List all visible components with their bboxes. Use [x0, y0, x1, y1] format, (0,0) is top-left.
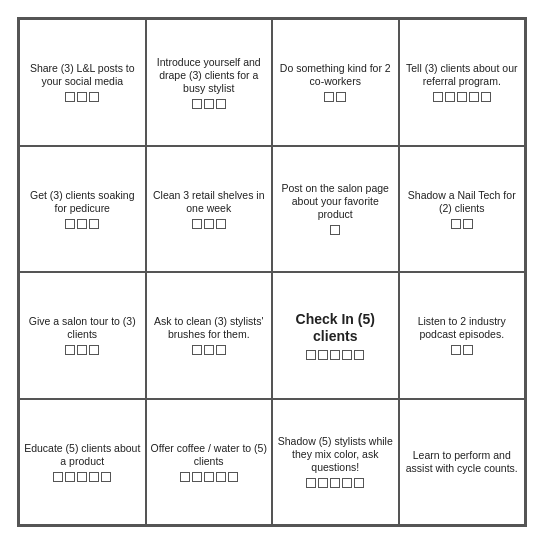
checkbox-r2c2-3[interactable] [342, 350, 352, 360]
cell-text-r3c3: Learn to perform and assist with cycle c… [403, 449, 522, 475]
checkbox-r2c1-0[interactable] [192, 345, 202, 355]
bingo-cell-r1c2: Post on the salon page about your favori… [272, 146, 399, 273]
checkboxes-r1c1 [192, 219, 226, 229]
checkboxes-r1c3 [451, 219, 473, 229]
cell-text-r2c2: Check In (5) clients [276, 311, 395, 346]
checkbox-r3c1-2[interactable] [204, 472, 214, 482]
checkbox-r1c1-0[interactable] [192, 219, 202, 229]
checkbox-r3c0-0[interactable] [53, 472, 63, 482]
checkbox-r2c2-1[interactable] [318, 350, 328, 360]
checkbox-r1c3-1[interactable] [463, 219, 473, 229]
bingo-cell-r0c1: Introduce yourself and drape (3) clients… [146, 19, 273, 146]
checkbox-r3c2-3[interactable] [342, 478, 352, 488]
bingo-cell-r1c3: Shadow a Nail Tech for (2) clients [399, 146, 526, 273]
checkbox-r1c3-0[interactable] [451, 219, 461, 229]
checkbox-r2c2-4[interactable] [354, 350, 364, 360]
bingo-cell-r0c2: Do something kind for 2 co-workers [272, 19, 399, 146]
cell-text-r2c1: Ask to clean (3) stylists' brushes for t… [150, 315, 269, 341]
bingo-cell-r2c2: Check In (5) clients [272, 272, 399, 399]
checkboxes-r0c3 [433, 92, 491, 102]
checkbox-r1c1-1[interactable] [204, 219, 214, 229]
checkbox-r1c2-0[interactable] [330, 225, 340, 235]
checkbox-r2c1-1[interactable] [204, 345, 214, 355]
checkboxes-r0c0 [65, 92, 99, 102]
checkbox-r0c0-2[interactable] [89, 92, 99, 102]
checkbox-r0c2-1[interactable] [336, 92, 346, 102]
checkbox-r0c3-3[interactable] [469, 92, 479, 102]
cell-text-r1c2: Post on the salon page about your favori… [276, 182, 395, 221]
checkbox-r3c2-4[interactable] [354, 478, 364, 488]
checkbox-r0c0-1[interactable] [77, 92, 87, 102]
checkbox-r1c1-2[interactable] [216, 219, 226, 229]
checkbox-r1c0-0[interactable] [65, 219, 75, 229]
bingo-cell-r1c1: Clean 3 retail shelves in one week [146, 146, 273, 273]
checkbox-r2c0-0[interactable] [65, 345, 75, 355]
checkboxes-r2c3 [451, 345, 473, 355]
cell-text-r0c0: Share (3) L&L posts to your social media [23, 62, 142, 88]
bingo-cell-r3c3: Learn to perform and assist with cycle c… [399, 399, 526, 526]
checkboxes-r3c0 [53, 472, 111, 482]
bingo-cell-r3c0: Educate (5) clients about a product [19, 399, 146, 526]
checkbox-r3c1-3[interactable] [216, 472, 226, 482]
checkbox-r1c0-1[interactable] [77, 219, 87, 229]
bingo-grid: Share (3) L&L posts to your social media… [19, 19, 525, 525]
checkbox-r0c3-1[interactable] [445, 92, 455, 102]
checkbox-r0c1-2[interactable] [216, 99, 226, 109]
checkboxes-r3c1 [180, 472, 238, 482]
checkboxes-r0c1 [192, 99, 226, 109]
checkbox-r3c0-4[interactable] [101, 472, 111, 482]
cell-text-r1c0: Get (3) clients soaking for pedicure [23, 189, 142, 215]
checkbox-r0c3-4[interactable] [481, 92, 491, 102]
checkbox-r3c2-0[interactable] [306, 478, 316, 488]
checkbox-r2c0-2[interactable] [89, 345, 99, 355]
cell-text-r3c0: Educate (5) clients about a product [23, 442, 142, 468]
cell-text-r1c3: Shadow a Nail Tech for (2) clients [403, 189, 522, 215]
checkbox-r2c3-0[interactable] [451, 345, 461, 355]
checkboxes-r2c2 [306, 350, 364, 360]
checkbox-r3c1-4[interactable] [228, 472, 238, 482]
checkbox-r0c3-2[interactable] [457, 92, 467, 102]
bingo-cell-r3c2: Shadow (5) stylists while they mix color… [272, 399, 399, 526]
cell-text-r1c1: Clean 3 retail shelves in one week [150, 189, 269, 215]
checkbox-r2c2-0[interactable] [306, 350, 316, 360]
checkbox-r3c1-1[interactable] [192, 472, 202, 482]
checkbox-r3c0-2[interactable] [77, 472, 87, 482]
checkbox-r3c2-2[interactable] [330, 478, 340, 488]
checkbox-r2c3-1[interactable] [463, 345, 473, 355]
cell-text-r3c1: Offer coffee / water to (5) clients [150, 442, 269, 468]
cell-text-r0c2: Do something kind for 2 co-workers [276, 62, 395, 88]
checkbox-r0c2-0[interactable] [324, 92, 334, 102]
checkbox-r0c3-0[interactable] [433, 92, 443, 102]
checkbox-r3c0-3[interactable] [89, 472, 99, 482]
cell-text-r0c3: Tell (3) clients about our referral prog… [403, 62, 522, 88]
checkboxes-r1c2 [330, 225, 340, 235]
bingo-cell-r2c1: Ask to clean (3) stylists' brushes for t… [146, 272, 273, 399]
bingo-cell-r0c0: Share (3) L&L posts to your social media [19, 19, 146, 146]
checkboxes-r3c2 [306, 478, 364, 488]
checkboxes-r2c0 [65, 345, 99, 355]
checkbox-r3c2-1[interactable] [318, 478, 328, 488]
checkbox-r1c0-2[interactable] [89, 219, 99, 229]
checkboxes-r0c2 [324, 92, 346, 102]
bingo-board: Share (3) L&L posts to your social media… [17, 17, 527, 527]
bingo-cell-r0c3: Tell (3) clients about our referral prog… [399, 19, 526, 146]
cell-text-r3c2: Shadow (5) stylists while they mix color… [276, 435, 395, 474]
cell-text-r0c1: Introduce yourself and drape (3) clients… [150, 56, 269, 95]
checkbox-r0c1-1[interactable] [204, 99, 214, 109]
checkbox-r3c1-0[interactable] [180, 472, 190, 482]
checkbox-r2c1-2[interactable] [216, 345, 226, 355]
checkbox-r0c1-0[interactable] [192, 99, 202, 109]
checkbox-r0c0-0[interactable] [65, 92, 75, 102]
bingo-cell-r3c1: Offer coffee / water to (5) clients [146, 399, 273, 526]
cell-text-r2c3: Listen to 2 industry podcast episodes. [403, 315, 522, 341]
cell-text-r2c0: Give a salon tour to (3) clients [23, 315, 142, 341]
checkbox-r2c0-1[interactable] [77, 345, 87, 355]
checkboxes-r1c0 [65, 219, 99, 229]
bingo-cell-r1c0: Get (3) clients soaking for pedicure [19, 146, 146, 273]
bingo-cell-r2c0: Give a salon tour to (3) clients [19, 272, 146, 399]
checkboxes-r2c1 [192, 345, 226, 355]
checkbox-r3c0-1[interactable] [65, 472, 75, 482]
checkbox-r2c2-2[interactable] [330, 350, 340, 360]
bingo-cell-r2c3: Listen to 2 industry podcast episodes. [399, 272, 526, 399]
